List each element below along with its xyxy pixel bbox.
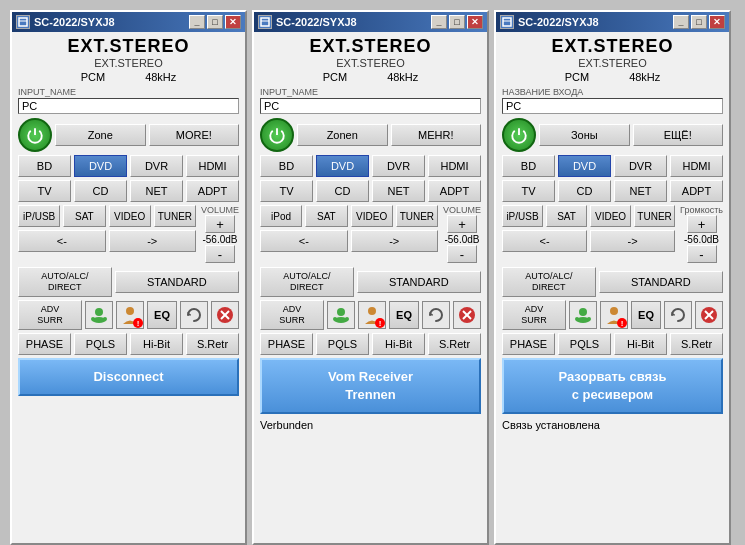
input-name-field[interactable]: PC — [502, 98, 723, 114]
btn-tuner[interactable]: TUNER — [396, 205, 438, 227]
person-icon-btn[interactable]: ! — [116, 301, 144, 329]
btn-left-arrow[interactable]: <- — [18, 230, 106, 252]
btn-bd[interactable]: BD — [18, 155, 71, 177]
refresh-icon-btn[interactable] — [180, 301, 208, 329]
input-name-field[interactable]: PC — [260, 98, 481, 114]
surround-icon-btn[interactable] — [569, 301, 597, 329]
maximize-button[interactable]: □ — [691, 15, 707, 29]
btn-tv[interactable]: TV — [502, 180, 555, 202]
zone-button[interactable]: Зоны — [539, 124, 630, 146]
more-button[interactable]: MEHR! — [391, 124, 482, 146]
standard-button[interactable]: STANDARD — [357, 271, 481, 293]
btn-adpt[interactable]: ADPT — [186, 180, 239, 202]
btn-tv[interactable]: TV — [260, 180, 313, 202]
volume-up-button[interactable]: + — [205, 215, 235, 233]
btn-ipod[interactable]: iPod — [260, 205, 302, 227]
disconnect-button[interactable]: Разорвать связь с ресивером — [502, 358, 723, 414]
btn-right-arrow[interactable]: -> — [109, 230, 197, 252]
adv-surr-button[interactable]: ADV SURR — [260, 300, 324, 330]
hibit-button[interactable]: Hi-Bit — [614, 333, 667, 355]
close-button[interactable]: ✕ — [225, 15, 241, 29]
btn-dvr[interactable]: DVR — [130, 155, 183, 177]
maximize-button[interactable]: □ — [207, 15, 223, 29]
volume-down-button[interactable]: - — [687, 245, 717, 263]
btn-tuner[interactable]: TUNER — [634, 205, 675, 227]
btn-dvr[interactable]: DVR — [614, 155, 667, 177]
phase-button[interactable]: PHASE — [502, 333, 555, 355]
btn-tv[interactable]: TV — [18, 180, 71, 202]
btn-net[interactable]: NET — [130, 180, 183, 202]
hibit-button[interactable]: Hi-Bit — [130, 333, 183, 355]
volume-down-button[interactable]: - — [205, 245, 235, 263]
sretr-button[interactable]: S.Retr — [186, 333, 239, 355]
btn-net[interactable]: NET — [372, 180, 425, 202]
btn-hdmi[interactable]: HDMI — [186, 155, 239, 177]
adv-surr-button[interactable]: ADV SURR — [502, 300, 566, 330]
auto-alc-button[interactable]: AUTO/ALC/ DIRECT — [260, 267, 354, 297]
pqls-button[interactable]: PQLS — [316, 333, 369, 355]
zone-button[interactable]: Zonen — [297, 124, 388, 146]
person-icon-btn[interactable]: ! — [358, 301, 386, 329]
standard-button[interactable]: STANDARD — [115, 271, 239, 293]
disconnect-button[interactable]: Disconnect — [18, 358, 239, 396]
btn-dvd[interactable]: DVD — [558, 155, 611, 177]
btn-cd[interactable]: CD — [74, 180, 127, 202]
zone-button[interactable]: Zone — [55, 124, 146, 146]
btn-hdmi[interactable]: HDMI — [428, 155, 481, 177]
surround-icon-btn[interactable] — [327, 301, 355, 329]
btn-video[interactable]: VIDEO — [109, 205, 151, 227]
sretr-button[interactable]: S.Retr — [670, 333, 723, 355]
eq-button[interactable]: EQ — [631, 301, 661, 329]
close-button[interactable]: ✕ — [709, 15, 725, 29]
btn-video[interactable]: VIDEO — [590, 205, 631, 227]
auto-alc-button[interactable]: AUTO/ALC/ DIRECT — [18, 267, 112, 297]
btn-right-arrow[interactable]: -> — [590, 230, 675, 252]
auto-alc-button[interactable]: AUTO/ALC/ DIRECT — [502, 267, 596, 297]
btn-net[interactable]: NET — [614, 180, 667, 202]
maximize-button[interactable]: □ — [449, 15, 465, 29]
volume-up-button[interactable]: + — [687, 215, 717, 233]
btn-left-arrow[interactable]: <- — [260, 230, 348, 252]
btn-bd[interactable]: BD — [502, 155, 555, 177]
btn-dvd[interactable]: DVD — [74, 155, 127, 177]
btn-right-arrow[interactable]: -> — [351, 230, 439, 252]
power-button[interactable] — [502, 118, 536, 152]
person-icon-btn[interactable]: ! — [600, 301, 628, 329]
power-button[interactable] — [260, 118, 294, 152]
btn-cd[interactable]: CD — [316, 180, 369, 202]
btn-sat[interactable]: SAT — [546, 205, 587, 227]
adv-surr-button[interactable]: ADV SURR — [18, 300, 82, 330]
sretr-button[interactable]: S.Retr — [428, 333, 481, 355]
more-button[interactable]: ЕЩЁ! — [633, 124, 724, 146]
btn-sat[interactable]: SAT — [63, 205, 105, 227]
btn-bd[interactable]: BD — [260, 155, 313, 177]
btn-dvr[interactable]: DVR — [372, 155, 425, 177]
volume-down-button[interactable]: - — [447, 245, 477, 263]
surround-icon-btn[interactable] — [85, 301, 113, 329]
cancel-icon-btn[interactable] — [211, 301, 239, 329]
more-button[interactable]: MORE! — [149, 124, 240, 146]
btn-sat[interactable]: SAT — [305, 205, 347, 227]
btn-left-arrow[interactable]: <- — [502, 230, 587, 252]
btn-hdmi[interactable]: HDMI — [670, 155, 723, 177]
btn-cd[interactable]: CD — [558, 180, 611, 202]
cancel-icon-btn[interactable] — [453, 301, 481, 329]
btn-adpt[interactable]: ADPT — [428, 180, 481, 202]
minimize-button[interactable]: _ — [673, 15, 689, 29]
btn-dvd[interactable]: DVD — [316, 155, 369, 177]
refresh-icon-btn[interactable] — [422, 301, 450, 329]
phase-button[interactable]: PHASE — [18, 333, 71, 355]
phase-button[interactable]: PHASE — [260, 333, 313, 355]
pqls-button[interactable]: PQLS — [74, 333, 127, 355]
disconnect-button[interactable]: Vom Receiver Trennen — [260, 358, 481, 414]
standard-button[interactable]: STANDARD — [599, 271, 723, 293]
eq-button[interactable]: EQ — [389, 301, 419, 329]
input-name-field[interactable]: PC — [18, 98, 239, 114]
cancel-icon-btn[interactable] — [695, 301, 723, 329]
close-button[interactable]: ✕ — [467, 15, 483, 29]
power-button[interactable] — [18, 118, 52, 152]
refresh-icon-btn[interactable] — [664, 301, 692, 329]
btn-ipusb[interactable]: iP/USB — [18, 205, 60, 227]
pqls-button[interactable]: PQLS — [558, 333, 611, 355]
btn-ipusb[interactable]: iP/USB — [502, 205, 543, 227]
